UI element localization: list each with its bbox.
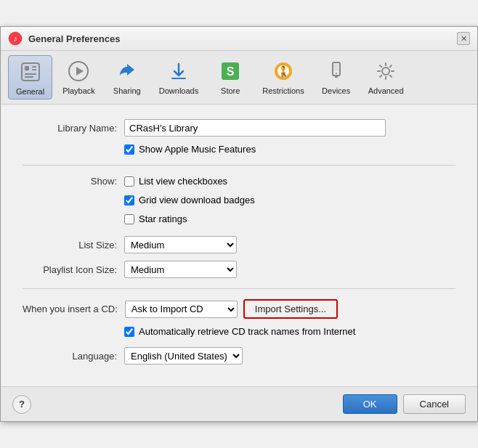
svg-point-22	[382, 68, 389, 75]
tab-downloads-label: Downloads	[159, 86, 198, 95]
divider-1	[23, 165, 455, 166]
tab-advanced-label: Advanced	[368, 86, 404, 95]
close-button[interactable]: ✕	[457, 32, 470, 45]
svg-point-20	[336, 73, 337, 74]
svg-marker-9	[76, 67, 84, 76]
playlist-icon-row: Playlist Icon Size: Small Medium Large	[23, 261, 455, 278]
titlebar-left: ♪ General Preferences	[8, 31, 120, 46]
list-view-row[interactable]: List view checkboxes	[124, 176, 255, 187]
language-label: Language:	[23, 351, 117, 362]
svg-text:🚶: 🚶	[277, 65, 290, 78]
apple-music-row: Show Apple Music Features	[124, 144, 455, 155]
grid-view-checkbox[interactable]	[124, 195, 134, 205]
tab-sharing-label: Sharing	[113, 86, 141, 95]
auto-retrieve-row: Automatically retrieve CD track names fr…	[124, 326, 455, 337]
import-settings-button[interactable]: Import Settings...	[243, 299, 338, 319]
tab-devices-label: Devices	[322, 86, 350, 95]
apple-music-label: Show Apple Music Features	[139, 144, 256, 155]
svg-rect-4	[32, 66, 36, 68]
apple-music-checkbox-row[interactable]: Show Apple Music Features	[124, 144, 455, 155]
svg-rect-10	[171, 78, 186, 79]
svg-rect-19	[334, 64, 339, 71]
tab-downloads[interactable]: Downloads	[152, 55, 206, 99]
app-icon: ♪	[8, 31, 23, 46]
general-icon	[17, 59, 44, 85]
cancel-button[interactable]: Cancel	[403, 394, 466, 414]
tab-store-label: Store	[221, 86, 240, 95]
auto-retrieve-checkbox[interactable]	[124, 327, 134, 337]
show-label: Show:	[23, 176, 117, 229]
divider-2	[23, 288, 455, 289]
downloads-icon	[166, 58, 192, 84]
playlist-icon-label: Playlist Icon Size:	[23, 264, 117, 275]
tab-devices[interactable]: Devices	[315, 55, 358, 99]
list-size-label: List Size:	[23, 240, 117, 251]
playback-icon	[65, 58, 92, 84]
library-name-input[interactable]	[124, 119, 386, 137]
svg-text:♪: ♪	[13, 34, 17, 43]
grid-view-row[interactable]: Grid view download badges	[124, 195, 255, 205]
list-size-select[interactable]: Small Medium Large	[124, 236, 237, 253]
toolbar: General Playback Sharing	[1, 51, 477, 105]
auto-retrieve-checkbox-row[interactable]: Automatically retrieve CD track names fr…	[124, 326, 455, 337]
svg-rect-2	[22, 63, 39, 81]
help-button[interactable]: ?	[12, 395, 31, 414]
star-ratings-label: Star ratings	[139, 213, 187, 224]
playlist-icon-select[interactable]: Small Medium Large	[124, 261, 237, 278]
tab-playback[interactable]: Playback	[55, 55, 102, 99]
list-view-checkbox[interactable]	[124, 176, 134, 187]
bottom-buttons: OK Cancel	[343, 394, 466, 414]
svg-rect-3	[25, 66, 29, 70]
devices-icon	[323, 58, 349, 84]
grid-view-label: Grid view download badges	[139, 195, 255, 205]
tab-store[interactable]: S Store	[208, 55, 252, 99]
store-icon: S	[217, 58, 243, 84]
tab-general-label: General	[16, 87, 44, 96]
library-name-row: Library Name:	[23, 119, 455, 137]
sharing-icon	[114, 58, 140, 84]
tab-restrictions-label: Restrictions	[262, 86, 304, 95]
ok-button[interactable]: OK	[343, 394, 397, 414]
show-options: List view checkboxes Grid view download …	[124, 176, 255, 229]
bottom-bar: ? OK Cancel	[1, 386, 477, 421]
list-view-label: List view checkboxes	[139, 176, 227, 187]
restrictions-icon: 🚶	[270, 58, 296, 84]
svg-rect-7	[25, 76, 33, 78]
svg-text:S: S	[227, 65, 235, 78]
svg-rect-5	[32, 69, 36, 70]
svg-rect-6	[25, 73, 36, 75]
tab-playback-label: Playback	[62, 86, 95, 95]
preferences-window: ♪ General Preferences ✕ General	[0, 26, 478, 422]
list-size-row: List Size: Small Medium Large	[23, 236, 455, 253]
cd-action-select[interactable]: Ask to Import CD Import CD Import CD and…	[125, 301, 238, 318]
library-name-label: Library Name:	[23, 123, 117, 134]
apple-music-checkbox[interactable]	[124, 144, 134, 155]
cd-label: When you insert a CD:	[23, 304, 118, 314]
language-row: Language: English (United States) Englis…	[23, 347, 455, 364]
content-area: Library Name: Show Apple Music Features …	[1, 105, 477, 386]
star-ratings-checkbox[interactable]	[124, 214, 134, 224]
cd-row: When you insert a CD: Ask to Import CD I…	[23, 299, 455, 319]
tab-general[interactable]: General	[8, 55, 52, 99]
svg-rect-21	[335, 76, 338, 78]
show-section: Show: List view checkboxes Grid view dow…	[23, 176, 455, 229]
tab-advanced[interactable]: Advanced	[361, 55, 411, 99]
star-ratings-row[interactable]: Star ratings	[124, 213, 255, 224]
window-title: General Preferences	[28, 33, 120, 44]
language-select[interactable]: English (United States) English (UK) Fre…	[124, 347, 243, 364]
auto-retrieve-label: Automatically retrieve CD track names fr…	[139, 326, 355, 337]
tab-sharing[interactable]: Sharing	[105, 55, 149, 99]
titlebar: ♪ General Preferences ✕	[1, 27, 477, 51]
advanced-icon	[373, 58, 399, 84]
tab-restrictions[interactable]: 🚶 Restrictions	[255, 55, 311, 99]
